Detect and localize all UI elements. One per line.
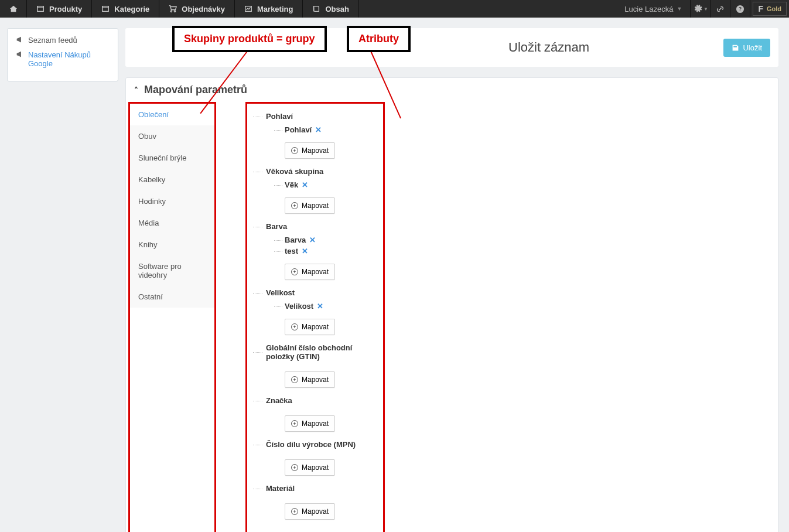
plus-icon: +	[291, 420, 298, 427]
annotation-attrs: Atributy	[347, 26, 411, 52]
attribute-title: Pohlaví	[253, 112, 371, 121]
save-label: Uložit	[743, 43, 762, 52]
map-button[interactable]: +Mapovat	[285, 415, 335, 432]
title-bar: Skupiny produktů = grupy Atributy Uložit…	[125, 28, 778, 67]
map-button-label: Mapovat	[302, 463, 329, 472]
user-name: Lucie Lazecká	[624, 5, 673, 13]
map-button-label: Mapovat	[302, 202, 329, 210]
attribute-group: BarvaBarva✕test✕+Mapovat	[253, 222, 371, 280]
category-item[interactable]: Obuv	[130, 125, 214, 147]
svg-text:?: ?	[739, 6, 742, 12]
plan-badge[interactable]: F Gold	[753, 2, 787, 16]
sidebar-item-feeds[interactable]: Seznam feedů	[16, 36, 110, 45]
side-panel: Seznam feedů Nastavení Nákupů Google	[7, 28, 118, 81]
panel-mapping: ˄ Mapování parametrů OblečeníObuvSlunečn…	[125, 77, 778, 532]
category-item[interactable]: Hodinky	[130, 190, 214, 212]
help-icon: ?	[736, 5, 744, 13]
sidebar-item-google[interactable]: Nastavení Nákupů Google	[16, 50, 110, 68]
nav-label: Objednávky	[182, 5, 225, 13]
sidebar-label: Seznam feedů	[28, 36, 77, 45]
map-button[interactable]: +Mapovat	[285, 319, 335, 335]
book-icon	[312, 5, 320, 13]
map-button-label: Mapovat	[302, 146, 329, 155]
attribute-tree: PohlavíPohlaví✕+MapovatVěková skupinaVěk…	[245, 102, 385, 532]
attribute-group: PohlavíPohlaví✕+Mapovat	[253, 112, 371, 159]
plan-label: Gold	[767, 5, 781, 12]
attribute-title: Věková skupina	[253, 167, 371, 176]
category-item[interactable]: Oblečení	[130, 104, 214, 125]
category-item[interactable]: Software pro videohry	[130, 255, 214, 286]
attribute-title: Globální číslo obchodní položky (GTIN)	[253, 343, 371, 361]
mapped-value: Barva✕	[274, 236, 371, 244]
mapped-label: Barva	[285, 236, 306, 244]
sidebar-link[interactable]: Nastavení Nákupů Google	[28, 50, 110, 68]
remove-mapping-button[interactable]: ✕	[302, 247, 308, 255]
map-button-label: Mapovat	[302, 376, 329, 384]
nav-objednavky[interactable]: Objednávky	[159, 0, 235, 18]
attribute-title: Číslo dílu výrobce (MPN)	[253, 440, 371, 449]
nav-label: Marketing	[257, 5, 293, 13]
svg-rect-0	[37, 6, 44, 12]
attribute-title: Velikost	[253, 288, 371, 297]
category-item[interactable]: Média	[130, 212, 214, 234]
map-button-label: Mapovat	[302, 507, 329, 516]
attribute-group: Číslo dílu výrobce (MPN)+Mapovat	[253, 440, 371, 476]
home-button[interactable]	[0, 0, 27, 18]
page-title: Uložit záznam	[500, 40, 589, 55]
nav-label: Produkty	[49, 5, 82, 13]
map-button[interactable]: +Mapovat	[285, 142, 335, 159]
mapped-label: Věk	[285, 180, 298, 189]
attribute-group: VelikostVelikost✕+Mapovat	[253, 288, 371, 335]
list-icon	[36, 5, 45, 13]
plus-icon: +	[291, 202, 298, 209]
attribute-title: Značka	[253, 396, 371, 405]
attribute-group: Značka+Mapovat	[253, 396, 371, 432]
map-button[interactable]: +Mapovat	[285, 197, 335, 214]
panel-heading: Mapování parametrů	[144, 84, 247, 96]
map-button[interactable]: +Mapovat	[285, 459, 335, 476]
home-icon	[9, 5, 18, 13]
mapped-label: Pohlaví	[285, 125, 312, 134]
mapped-label: Velikost	[285, 302, 313, 311]
map-button[interactable]: +Mapovat	[285, 264, 335, 280]
plus-icon: +	[291, 323, 298, 330]
chart-icon	[244, 5, 252, 13]
nav-produkty[interactable]: Produkty	[27, 0, 92, 18]
plan-logo-icon: F	[758, 4, 763, 13]
plus-icon: +	[291, 147, 298, 154]
svg-point-5	[175, 11, 176, 12]
user-menu[interactable]: Lucie Lazecká ▼	[616, 0, 691, 18]
remove-mapping-button[interactable]: ✕	[315, 125, 322, 134]
nav-obsah[interactable]: Obsah	[303, 0, 358, 18]
map-button-label: Mapovat	[302, 323, 329, 331]
link-button[interactable]	[711, 0, 730, 18]
nav-marketing[interactable]: Marketing	[235, 0, 303, 18]
attribute-group: Globální číslo obchodní položky (GTIN)+M…	[253, 343, 371, 388]
settings-button[interactable]: ▼	[691, 0, 711, 18]
mapped-value: Velikost✕	[274, 302, 371, 311]
remove-mapping-button[interactable]: ✕	[302, 180, 308, 189]
category-list: OblečeníObuvSluneční brýleKabelkyHodinky…	[128, 102, 216, 532]
plus-icon: +	[291, 508, 298, 515]
category-item[interactable]: Kabelky	[130, 169, 214, 190]
chevron-down-icon: ▼	[677, 6, 682, 12]
megaphone-icon	[16, 36, 23, 43]
remove-mapping-button[interactable]: ✕	[309, 236, 316, 244]
category-item[interactable]: Knihy	[130, 234, 214, 255]
chevron-down-icon: ▼	[703, 6, 708, 12]
nav-kategorie[interactable]: Kategorie	[92, 0, 159, 18]
map-button[interactable]: +Mapovat	[285, 371, 335, 388]
chevron-up-icon: ˄	[134, 86, 138, 95]
save-button[interactable]: Uložit	[723, 39, 770, 57]
category-item[interactable]: Ostatní	[130, 286, 214, 308]
remove-mapping-button[interactable]: ✕	[317, 302, 323, 311]
mapped-value: Pohlaví✕	[274, 125, 371, 134]
category-item[interactable]: Sluneční brýle	[130, 147, 214, 169]
plus-icon: +	[291, 464, 298, 471]
svg-point-4	[171, 11, 172, 12]
attribute-group: Materiál+Mapovat	[253, 484, 371, 520]
list-icon	[101, 5, 110, 13]
map-button[interactable]: +Mapovat	[285, 503, 335, 520]
nav-label: Obsah	[325, 5, 349, 13]
help-button[interactable]: ?	[730, 0, 750, 18]
